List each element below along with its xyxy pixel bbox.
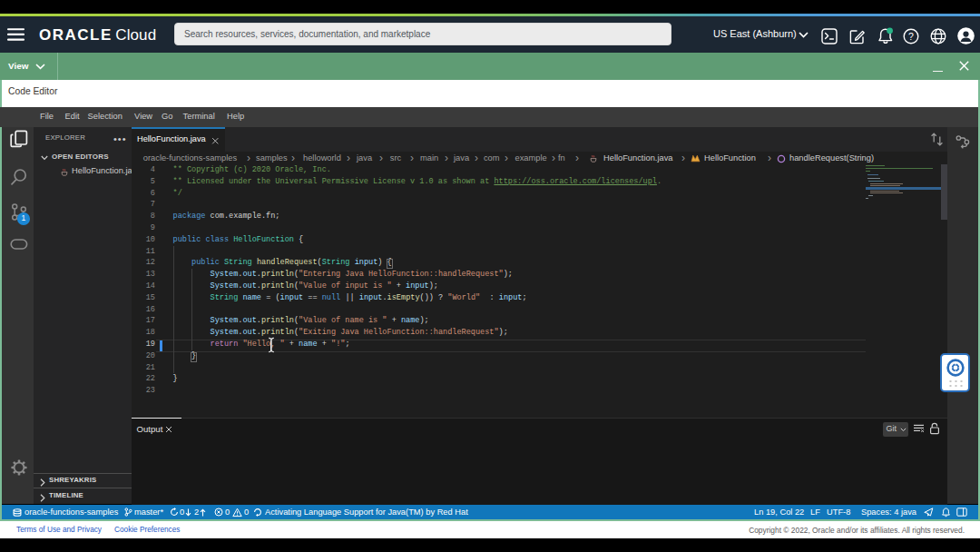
svg-text:?: ? — [908, 30, 914, 41]
